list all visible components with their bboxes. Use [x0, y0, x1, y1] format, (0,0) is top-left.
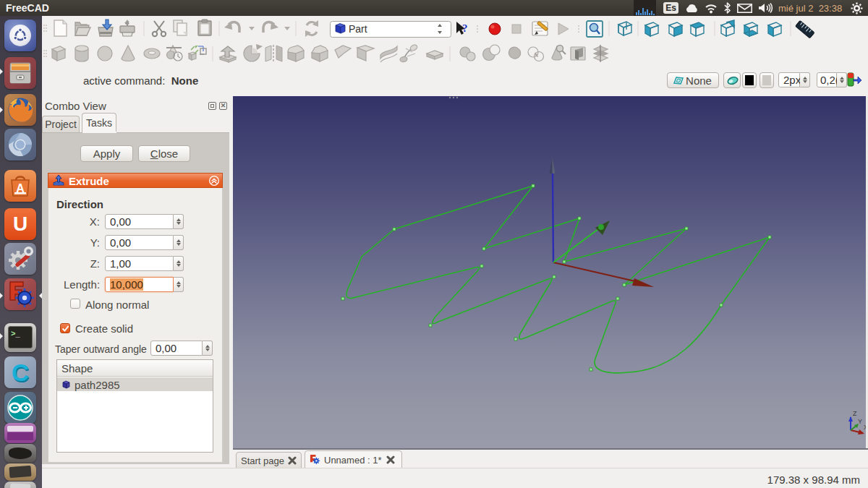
svg-text:Y: Y: [858, 418, 862, 425]
svg-text:Part: Part: [349, 23, 367, 35]
svg-text:Z: Z: [853, 410, 857, 417]
svg-text:?: ?: [462, 22, 468, 34]
